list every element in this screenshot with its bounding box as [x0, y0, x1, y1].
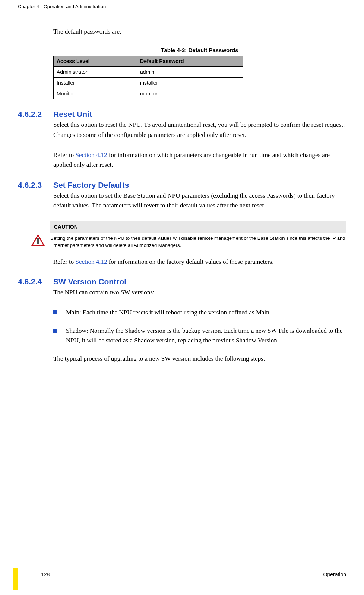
- caution-text: Setting the parameters of the NPU to the…: [50, 233, 346, 248]
- cell-level: Administrator: [54, 67, 137, 78]
- swver-p2: The typical process of upgrading to a ne…: [53, 354, 346, 364]
- text: Refer to: [53, 258, 75, 265]
- table-caption: Table 4-3: Default Passwords: [53, 47, 346, 53]
- svg-rect-2: [37, 238, 38, 242]
- header-rule: [18, 12, 346, 12]
- table-row: Installer installer: [54, 78, 243, 88]
- list-item: Main: Each time the NPU resets it will r…: [53, 308, 346, 317]
- section-number: 4.6.2.4: [18, 277, 53, 286]
- reset-p2: Refer to Section 4.12 for information on…: [53, 150, 346, 170]
- footer-label: Operation: [323, 571, 346, 577]
- caution-block: CAUTION Setting the parameters of the NP…: [31, 221, 346, 248]
- chapter-header: Chapter 4 - Operation and Administration: [18, 4, 346, 12]
- section-title: Set Factory Defaults: [53, 181, 129, 190]
- table-header-password: Default Password: [137, 56, 243, 67]
- text: for information on the factory default v…: [107, 258, 273, 265]
- section-number: 4.6.2.3: [18, 181, 53, 190]
- swver-bullet-list: Main: Each time the NPU resets it will r…: [53, 308, 346, 345]
- reset-p1: Select this option to reset the NPU. To …: [53, 120, 346, 140]
- intro-text: The default passwords are:: [53, 27, 346, 37]
- cell-pw: installer: [137, 78, 243, 88]
- caution-label: CAUTION: [50, 221, 346, 233]
- svg-rect-3: [37, 242, 38, 244]
- cell-pw: monitor: [137, 88, 243, 99]
- table-row: Monitor monitor: [54, 88, 243, 99]
- section-heading-reset: 4.6.2.2 Reset Unit: [18, 110, 346, 119]
- footer-rule: [13, 562, 346, 562]
- page-tab-marker: [13, 568, 18, 590]
- cell-pw: admin: [137, 67, 243, 78]
- section-number: 4.6.2.2: [18, 110, 53, 119]
- section-title: Reset Unit: [53, 110, 92, 119]
- default-passwords-table: Access Level Default Password Administra…: [53, 56, 243, 99]
- section-link[interactable]: Section 4.12: [75, 151, 107, 159]
- list-item: Shadow: Normally the Shadow version is t…: [53, 326, 346, 346]
- section-heading-swver: 4.6.2.4 SW Version Control: [18, 277, 346, 286]
- factory-p1: Select this option to set the Base Stati…: [53, 191, 346, 211]
- cell-level: Monitor: [54, 88, 137, 99]
- cell-level: Installer: [54, 78, 137, 88]
- swver-p1: The NPU can contain two SW versions:: [53, 288, 346, 297]
- table-row: Administrator admin: [54, 67, 243, 78]
- section-title: SW Version Control: [53, 277, 126, 286]
- table-header-access: Access Level: [54, 56, 137, 67]
- section-heading-factory: 4.6.2.3 Set Factory Defaults: [18, 181, 346, 190]
- section-link[interactable]: Section 4.12: [75, 258, 107, 265]
- text: Refer to: [53, 151, 75, 159]
- factory-p2: Refer to Section 4.12 for information on…: [53, 257, 346, 267]
- warning-icon: [31, 234, 45, 248]
- page-number: 128: [41, 571, 50, 577]
